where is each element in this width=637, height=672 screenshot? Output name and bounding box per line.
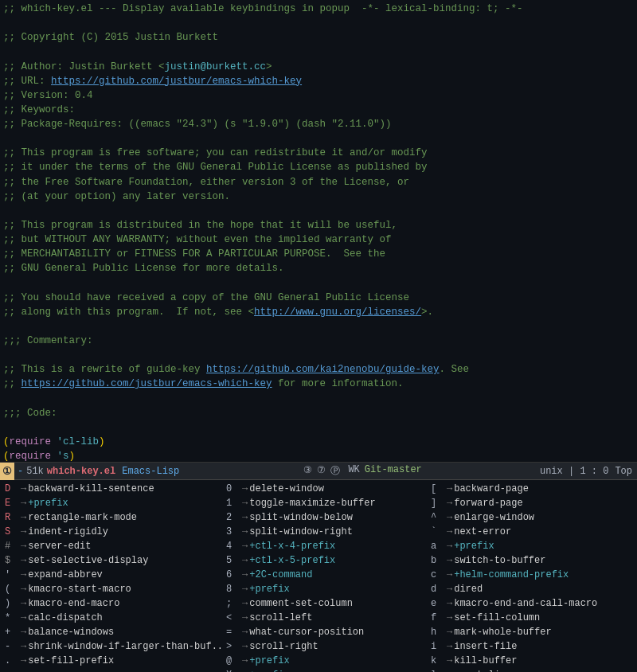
popup-col-2: 0 → delete-window1 → toggle-maximize-buf… [225,482,429,672]
code-line: ;; Copyright (C) 2015 Justin Burkett [3,30,634,45]
guide-key-link[interactable]: https://github.com/kai2nenobu/guide-key [206,364,440,375]
popup-arrow: → [447,625,452,639]
code-line: ;; along with this program. If not, see … [3,305,634,319]
popup-row: i → insert-file [429,639,634,654]
popup-value: what-cursor-position [249,625,364,639]
popup-col-1: D → backward-kill-sentenceE → +prefixR →… [3,482,225,672]
popup-arrow: → [447,539,452,553]
popup-arrow: → [242,568,248,582]
code-line: ;; it under the terms of the GNU General… [3,160,634,174]
code-line: ;; MERCHANTABILITY or FITNESS FOR A PART… [3,247,634,261]
code-line [3,131,634,146]
popup-value: server-edit [28,539,91,553]
popup-arrow: → [242,539,248,553]
popup-row: ( → kmacro-start-macro [3,582,225,596]
popup-arrow: → [21,582,26,596]
popup-value: set-selective-display [28,553,148,568]
gnu-link[interactable]: http://www.gnu.org/licenses/ [254,307,421,318]
code-line [3,45,634,59]
popup-arrow: → [242,639,248,654]
popup-arrow: → [447,482,452,496]
popup-row: k → kill-buffer [429,654,634,668]
popup-key: e [431,596,445,611]
popup-row: ) → kmacro-end-macro [3,596,225,611]
code-line: ;; GNU General Public License for more d… [3,261,634,275]
popup-key: a [431,539,445,553]
popup-arrow: → [21,625,26,639]
popup-value: enlarge-window [454,510,534,525]
popup-key: * [5,611,19,625]
code-line: ;;; Code: [3,406,634,420]
popup-key: 2 [226,510,240,525]
popup-key: ^ [431,510,445,525]
popup-row: = → what-cursor-position [225,625,429,639]
popup-key: + [5,625,19,639]
popup-arrow: → [21,496,26,510]
popup-row: - → shrink-window-if-larger-than-buf.. [3,639,225,654]
popup-arrow: → [21,611,26,625]
popup-row: 8 → +prefix [225,582,429,596]
popup-value: +prefix [249,654,289,668]
comment-text: ;; which-key.el --- Display available ke… [3,3,523,14]
popup-value: scroll-left [249,611,312,625]
popup-key: k [431,654,445,668]
code-line [3,275,634,290]
popup-value: rectangle-mark-mode [28,510,137,525]
popup-arrow: → [242,668,248,672]
popup-key: E [5,496,19,510]
popup-value: calc-dispatch [28,611,103,625]
status-circle2: ⑦ [317,464,326,478]
popup-key: R [5,510,19,525]
popup-key: ` [431,525,445,539]
status-bar: ① - 51k which-key.el Emacs-Lisp ③ ⑦ Ⓟ WK… [0,462,637,479]
popup-key: # [5,539,19,553]
popup-row: f → set-fill-column [429,611,634,625]
popup-arrow: → [447,510,452,525]
popup-key: 0 [226,482,240,496]
popup-arrow: → [447,654,452,668]
popup-key: d [431,582,445,596]
status-circle1: ③ [303,464,312,478]
popup-key: f [431,611,445,625]
popup-row: a → +prefix [429,539,634,553]
popup-key: 5 [226,553,240,568]
popup-row: # → server-edit [3,539,225,553]
popup-row: 1 → toggle-maximize-buffer [225,496,429,510]
popup-value: kmacro-end-macro [28,596,119,611]
popup-key: c [431,568,445,582]
popup-value: next-error [454,525,511,539]
popup-value: +helm-command-prefix [454,568,569,582]
popup-arrow: → [447,668,452,672]
popup-arrow: → [447,611,452,625]
popup-arrow: → [242,525,248,539]
status-spacer: ③ ⑦ Ⓟ WK Git-master [186,464,540,478]
popup-value: +ctl-x-4-prefix [249,539,335,553]
popup-row: b → switch-to-buffer [429,553,634,568]
code-line: (require 'cl-lib) [3,435,634,449]
popup-key: 1 [226,496,240,510]
popup-key: = [226,625,240,639]
popup-row: 6 → +2C-command [225,568,429,582]
popup-arrow: → [447,568,452,582]
popup-grid: D → backward-kill-sentenceE → +prefixR →… [0,482,637,672]
popup-row: l → count-lines-page [429,668,634,672]
popup-arrow: → [21,654,26,668]
popup-arrow: → [21,525,26,539]
popup-row: D → backward-kill-sentence [3,482,225,496]
popup-arrow: → [242,582,248,596]
popup-row: e → kmacro-end-and-call-macro [429,596,634,611]
popup-row: S → indent-rigidly [3,525,225,539]
popup-key: 3 [226,525,240,539]
popup-arrow: → [447,553,452,568]
popup-row: ^ → enlarge-window [429,510,634,525]
code-line: ;; This is a rewrite of guide-key https:… [3,362,634,377]
which-key-link[interactable]: https://github.com/justbur/emacs-which-k… [21,378,272,389]
code-line: ;; Package-Requires: ((emacs "24.3") (s … [3,117,634,131]
popup-value: +ctl-x-5-prefix [249,553,335,568]
popup-key: ; [226,596,240,611]
url-link[interactable]: https://github.com/justbur/emacs-which-k… [51,76,302,87]
popup-arrow: → [447,596,452,611]
status-branch: Git-master [365,464,422,478]
popup-arrow: → [447,525,452,539]
popup-row: ` → next-error [429,525,634,539]
